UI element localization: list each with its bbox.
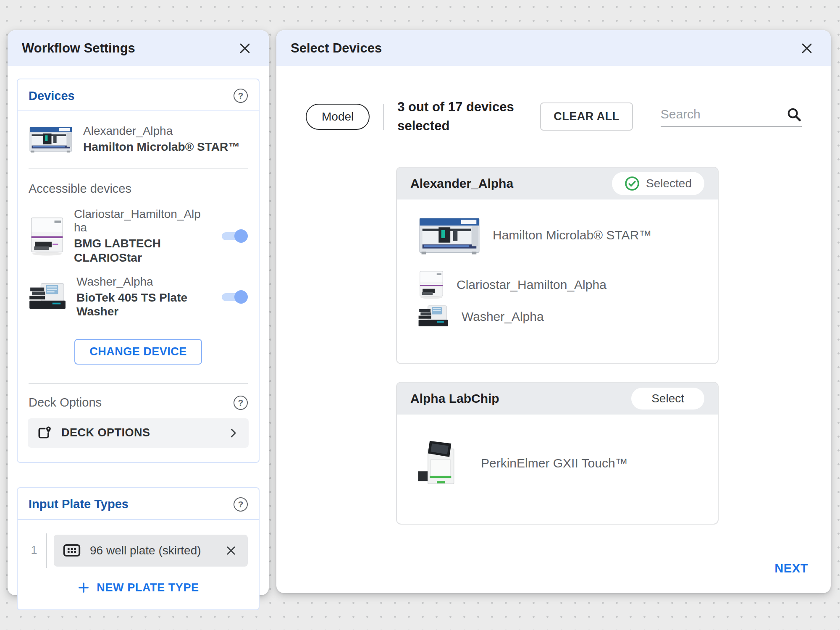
group-title: Alexander_Alpha (410, 176, 513, 191)
divider (46, 533, 47, 568)
clariostar-model: BMG LABTECH CLARIOStar (74, 236, 203, 265)
group-header: Alpha LabChip Select (397, 383, 718, 415)
plate-type-row: 1 96 well plate (skirted) (18, 520, 259, 570)
plate-row-index: 1 (29, 544, 39, 557)
search-field (661, 106, 802, 127)
primary-device-name: Alexander_Alpha (83, 124, 240, 138)
clariostar-image (418, 269, 445, 300)
primary-device-model: Hamilton Microlab® STAR™ (83, 140, 240, 154)
workflow-settings-panel: Workflow Settings Devices ? (8, 30, 269, 595)
devices-section-header: Devices ? (18, 79, 259, 111)
clariostar-name: Clariostar_Hamilton_Alpha (74, 207, 203, 234)
device-group-alexander-alpha: Alexander_Alpha Selected (396, 167, 719, 364)
washer-image (418, 304, 450, 330)
group-device-row: Hamilton Microlab® STAR™ (418, 214, 705, 257)
selected-badge-label: Selected (646, 177, 692, 190)
remove-plate-icon[interactable] (223, 543, 239, 558)
perkinelmer-gxii-image (415, 438, 469, 488)
accessible-device-row-clariostar: Clariostar_Hamilton_Alpha BMG LABTECH CL… (18, 202, 259, 270)
toggle-washer[interactable] (221, 290, 248, 304)
select-devices-header: Select Devices (276, 30, 831, 66)
new-plate-type-button[interactable]: NEW PLATE TYPE (77, 581, 199, 594)
group-title: Alpha LabChip (410, 391, 499, 406)
group-device-row: Washer_Alpha (418, 304, 705, 330)
selection-summary: 3 out of 17 devices selected (397, 98, 523, 136)
deck-options-button[interactable]: DECK OPTIONS (28, 418, 249, 448)
group-body: PerkinElmer GXII Touch™ (397, 415, 718, 524)
select-devices-title: Select Devices (291, 41, 382, 56)
input-plate-types-title: Input Plate Types (29, 497, 129, 511)
toggle-clariostar[interactable] (221, 229, 248, 243)
close-icon[interactable] (236, 39, 254, 57)
primary-device-text: Alexander_Alpha Hamilton Microlab® STAR™ (83, 124, 240, 154)
search-icon[interactable] (786, 106, 802, 122)
washer-model: BioTek 405 TS Plate Washer (76, 291, 206, 319)
next-button[interactable]: NEXT (774, 562, 808, 575)
group-device-label: PerkinElmer GXII Touch™ (481, 456, 628, 470)
hamilton-star-image (29, 124, 73, 154)
group-device-label: Hamilton Microlab® STAR™ (493, 228, 651, 242)
help-icon[interactable]: ? (234, 89, 248, 103)
divider (383, 104, 384, 130)
plate-type-label: 96 well plate (skirted) (90, 544, 214, 557)
change-device-button[interactable]: CHANGE DEVICE (74, 339, 202, 365)
workflow-settings-title: Workflow Settings (22, 41, 135, 56)
check-circle-icon (625, 176, 640, 191)
accessible-devices-label: Accessible devices (18, 169, 259, 202)
selected-badge[interactable]: Selected (612, 172, 704, 195)
input-plate-types-section: Input Plate Types ? 1 96 well plate (ski… (17, 487, 260, 610)
select-button[interactable]: Select (631, 388, 704, 410)
select-devices-toolbar: Model 3 out of 17 devices selected CLEAR… (306, 98, 831, 136)
group-header: Alexander_Alpha Selected (397, 168, 718, 200)
close-icon[interactable] (798, 39, 816, 57)
primary-device-row: Alexander_Alpha Hamilton Microlab® STAR™ (18, 111, 259, 168)
clariostar-image (29, 215, 66, 257)
toggle-thumb (234, 290, 248, 304)
hamilton-star-image (418, 214, 481, 257)
group-device-label: Clariostar_Hamilton_Alpha (457, 278, 606, 292)
workflow-settings-header: Workflow Settings (8, 30, 269, 66)
washer-name: Washer_Alpha (76, 275, 206, 289)
deck-options-icon (37, 425, 52, 441)
help-icon[interactable]: ? (234, 497, 248, 512)
device-group-alpha-labchip: Alpha LabChip Select PerkinElmer GXII (396, 382, 719, 525)
devices-section-title: Devices (29, 89, 75, 103)
search-input[interactable] (661, 107, 786, 121)
group-device-row: Clariostar_Hamilton_Alpha (418, 269, 705, 300)
new-plate-type-label: NEW PLATE TYPE (97, 581, 199, 594)
clariostar-text: Clariostar_Hamilton_Alpha BMG LABTECH CL… (74, 207, 203, 265)
accessible-device-row-washer: Washer_Alpha BioTek 405 TS Plate Washer (18, 270, 259, 324)
group-device-row: PerkinElmer GXII Touch™ (415, 438, 705, 488)
group-body: Hamilton Microlab® STAR™ Clariostar_Hami… (397, 200, 718, 363)
devices-section: Devices ? (17, 79, 260, 463)
plus-icon (77, 581, 90, 594)
chevron-right-icon (227, 427, 239, 439)
microplate-icon (63, 544, 81, 557)
washer-text: Washer_Alpha BioTek 405 TS Plate Washer (76, 275, 206, 319)
plate-type-chip[interactable]: 96 well plate (skirted) (54, 535, 248, 567)
clear-all-button[interactable]: CLEAR ALL (540, 102, 633, 131)
select-devices-panel: Select Devices Model 3 out of 17 devices… (276, 30, 831, 593)
model-filter-chip[interactable]: Model (306, 104, 370, 130)
input-plate-types-header: Input Plate Types ? (18, 488, 259, 520)
deck-options-button-label: DECK OPTIONS (61, 426, 218, 439)
workflow-settings-body: Devices ? (8, 66, 269, 610)
toggle-thumb (234, 229, 248, 243)
help-icon[interactable]: ? (234, 396, 248, 410)
deck-options-label: Deck Options (29, 396, 102, 410)
group-device-label: Washer_Alpha (462, 310, 544, 324)
deck-options-header: Deck Options ? (18, 384, 259, 417)
washer-image (29, 281, 68, 313)
